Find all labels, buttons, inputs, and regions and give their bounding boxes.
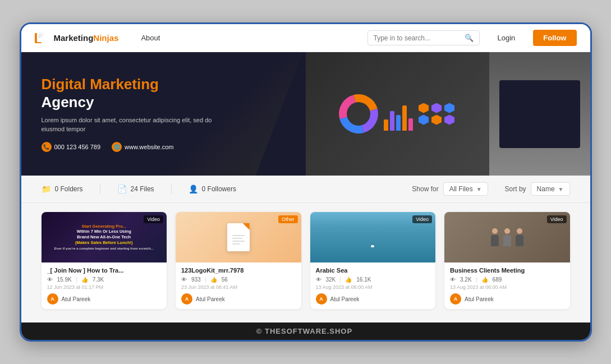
folders-count: 0 Folders (55, 185, 83, 193)
banner-title-white: Agency (42, 94, 237, 111)
search-icon: 🔍 (465, 34, 474, 42)
card-4-info: Business Clients Meeting 👁 3.2K 👍 689 13… (444, 262, 570, 309)
bar-3 (396, 115, 401, 131)
card-3-info: Arabic Sea 👁 32K 👍 16.1K 13 Aug 2023 at … (310, 262, 436, 309)
card-1-badge: Video (144, 215, 163, 223)
hero-banner: Digital Marketing Agency Lorem ipsum dol… (21, 52, 590, 176)
file-icon-sim (227, 223, 250, 251)
card-2[interactable]: Other 123LogoKit_mrr.7978 👁 933 👍 56 23 … (176, 212, 301, 309)
card-2-stats: 👁 933 👍 56 (181, 277, 296, 283)
card-2-likes: 56 (222, 277, 228, 283)
banner-title-orange: Digital Marketing (42, 76, 237, 93)
watermark: © THESOFTWARE.SHOP (21, 322, 590, 340)
eye-icon-2: 👁 (181, 277, 187, 283)
person-2-body (503, 235, 511, 246)
card-2-badge: Other (278, 215, 298, 223)
card-4-title: Business Clients Meeting (450, 267, 564, 274)
navbar: MarketingNinjas About 🔍 Login Follow (21, 24, 590, 52)
card-2-date: 23 Jun 2023 at 06:41 AM (181, 284, 296, 290)
card-3-author: A Atul Pareek (316, 293, 430, 305)
card-3-badge: Video (412, 215, 432, 223)
login-button[interactable]: Login (491, 30, 522, 45)
file-lines (232, 235, 245, 245)
hex-3 (444, 103, 454, 113)
files-icon: 📄 (117, 185, 127, 193)
sort-by-dropdown[interactable]: Name ▼ (531, 182, 570, 196)
eye-icon-3: 👁 (316, 277, 321, 283)
card-4-likes: 689 (493, 277, 502, 283)
banner-phone: 📞 000 123 456 789 (42, 142, 101, 152)
card-1-thumbnail: Start Generating Pro... Within 7 Min Or … (42, 212, 167, 262)
card-2-title: 123LogoKit_mrr.7978 (181, 267, 296, 274)
person-1-body (491, 235, 499, 246)
meeting-sim (490, 228, 525, 246)
hex-2 (431, 103, 442, 113)
cards-grid: Start Generating Pro... Within 7 Min Or … (21, 203, 590, 322)
chevron-down-icon: ▼ (476, 186, 482, 192)
card-2-avatar: A (181, 293, 192, 305)
stat-followers: 👤 0 Followers (189, 185, 236, 193)
follow-button[interactable]: Follow (533, 30, 576, 46)
person-3 (514, 228, 525, 246)
logo-icon (35, 32, 50, 44)
stat-divider-2 (171, 184, 172, 194)
card-1-avatar: A (47, 293, 58, 305)
card-4-avatar: A (450, 293, 461, 305)
card-4-author: A Atul Pareek (450, 293, 564, 305)
bar-4 (402, 105, 407, 131)
followers-icon: 👤 (189, 185, 198, 193)
svg-rect-3 (38, 35, 43, 36)
card-4-date: 13 Aug 2023 at 06:00 AM (450, 284, 564, 290)
svg-rect-2 (38, 34, 43, 35)
card-1-info: _[ Join Now ] How to Tra... 👁 15.9K 👍 7.… (42, 262, 167, 309)
bar-1 (384, 119, 388, 131)
sea-boat-sim (371, 245, 374, 247)
chevron-down-icon-2: ▼ (558, 186, 564, 192)
show-for-group: Show for All Files ▼ (412, 182, 488, 196)
like-icon-3: 👍 (345, 277, 352, 283)
card-3-views: 32K (326, 277, 336, 283)
banner-description: Lorem ipsum dolor sit amet, consectetur … (42, 116, 237, 134)
stat-divider-1 (100, 184, 100, 194)
card-4-thumbnail: Video (444, 212, 570, 262)
sort-by-group: Sort by Name ▼ (505, 182, 570, 196)
globe-icon: 🌐 (112, 142, 122, 152)
card-2-info: 123LogoKit_mrr.7978 👁 933 👍 56 23 Jun 20… (176, 262, 301, 309)
website-url: www.website.com (125, 144, 173, 150)
sort-by-label: Sort by (505, 185, 526, 193)
stat-folders: 📁 0 Folders (42, 185, 83, 193)
card-4-views: 3.2K (460, 277, 472, 283)
infographic-sim (306, 52, 489, 176)
file-line-1 (232, 235, 245, 236)
eye-icon-4: 👁 (450, 277, 456, 283)
card-1-date: 12 Jun 2023 at 01:17 PM (47, 284, 162, 290)
card-1[interactable]: Start Generating Pro... Within 7 Min Or … (42, 212, 167, 309)
card-3-thumbnail: Video (310, 212, 436, 262)
card-4-stats: 👁 3.2K 👍 689 (450, 277, 564, 283)
person-2-head (504, 228, 510, 234)
show-for-dropdown[interactable]: All Files ▼ (443, 182, 488, 196)
pie-chart-sim (332, 87, 385, 141)
bar-5 (408, 118, 413, 131)
logo-text: MarketingNinjas (54, 33, 119, 43)
card-1-author-name: Atul Pareek (62, 296, 91, 302)
card-2-author-name: Atul Pareek (196, 296, 225, 302)
card-3-author-name: Atul Pareek (330, 296, 360, 302)
like-icon-2: 👍 (210, 277, 217, 283)
card-4-author-name: Atul Pareek (465, 296, 494, 302)
logo[interactable]: MarketingNinjas (35, 32, 119, 44)
banner-laptop (489, 52, 590, 176)
show-for-value: All Files (449, 185, 473, 193)
card-1-title: _[ Join Now ] How to Tra... (47, 267, 162, 274)
search-bar: 🔍 (367, 30, 480, 45)
laptop-sim (489, 52, 590, 176)
card-4[interactable]: Video Business Clients Meeting 👁 3.2K 👍 … (444, 212, 570, 309)
eye-icon-1: 👁 (47, 277, 53, 283)
stats-bar: 📁 0 Folders 📄 24 Files 👤 0 Followers Sho… (21, 176, 590, 203)
card-3[interactable]: Video Arabic Sea 👁 32K 👍 16.1K 13 Aug 20… (310, 212, 436, 309)
nav-about[interactable]: About (141, 34, 160, 42)
card-3-title: Arabic Sea (316, 267, 430, 274)
banner-website: 🌐 www.website.com (112, 142, 173, 152)
search-input[interactable] (374, 34, 461, 42)
stat-files: 📄 24 Files (117, 185, 154, 193)
